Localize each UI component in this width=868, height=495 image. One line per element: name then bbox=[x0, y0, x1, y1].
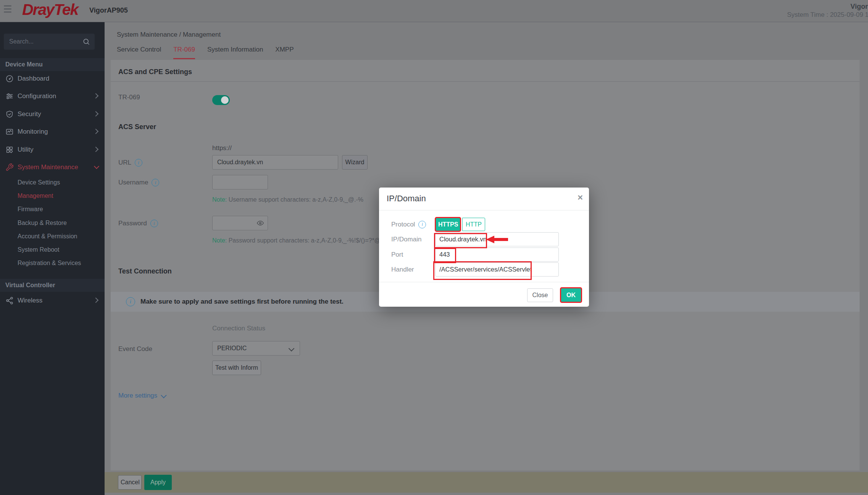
info-icon[interactable]: i bbox=[135, 159, 142, 167]
info-icon[interactable]: i bbox=[152, 179, 159, 186]
info-icon[interactable]: i bbox=[150, 220, 158, 227]
draytek-logo: DrayTek bbox=[22, 1, 78, 19]
hamburger-menu-icon[interactable] bbox=[4, 5, 11, 14]
event-code-label: Event Code bbox=[118, 345, 152, 353]
modal-footer-divider bbox=[379, 282, 589, 282]
tr069-label: TR-069 bbox=[118, 94, 140, 101]
sidebar-subitem-registration-services[interactable]: Registration & Services bbox=[18, 256, 98, 270]
device-name: VigorA bbox=[850, 3, 868, 11]
url-input[interactable] bbox=[212, 155, 338, 170]
chevron-right-icon bbox=[93, 147, 98, 152]
section-virtual-controller: Virtual Controller bbox=[0, 279, 105, 292]
port-input[interactable] bbox=[435, 247, 559, 262]
username-input[interactable] bbox=[212, 175, 268, 189]
cancel-button[interactable]: Cancel bbox=[118, 475, 142, 490]
tr069-toggle[interactable] bbox=[212, 95, 230, 105]
sidebar-subitem-system-reboot[interactable]: System Reboot bbox=[18, 243, 98, 257]
divider bbox=[111, 81, 860, 82]
chevron-down-icon bbox=[94, 163, 99, 169]
ip-domain-modal: IP/Domain × Protocol i HTTPS HTTP IP/Dom… bbox=[379, 188, 589, 307]
tab-service-control[interactable]: Service Control bbox=[117, 46, 161, 59]
grid-icon bbox=[5, 146, 14, 154]
protocol-https-button[interactable]: HTTPS bbox=[436, 218, 460, 231]
sidebar-item-monitoring[interactable]: Monitoring bbox=[0, 123, 105, 141]
username-note: Note: Username support characters: a-z,A… bbox=[212, 196, 363, 203]
model-name: VigorAP905 bbox=[89, 6, 128, 15]
tab-tr069[interactable]: TR-069 bbox=[173, 46, 195, 59]
chevron-right-icon bbox=[93, 93, 98, 99]
password-label: Password i bbox=[118, 220, 158, 227]
more-settings-link[interactable]: More settings bbox=[118, 392, 165, 400]
sidebar-subitem-firmware[interactable]: Firmware bbox=[18, 202, 98, 216]
modal-header: IP/Domain × bbox=[379, 188, 589, 210]
apply-bar: Cancel Apply bbox=[105, 472, 868, 493]
protocol-label: Protocol i bbox=[391, 217, 426, 231]
port-label: Port bbox=[391, 247, 403, 262]
sidebar-subitem-backup-restore[interactable]: Backup & Restore bbox=[18, 216, 98, 230]
handler-input[interactable] bbox=[435, 262, 559, 277]
chevron-down-icon bbox=[289, 346, 295, 352]
search-icon bbox=[82, 38, 90, 45]
shield-icon bbox=[5, 110, 14, 118]
chevron-right-icon bbox=[93, 111, 98, 116]
modal-title: IP/Domain bbox=[387, 194, 426, 204]
top-bar: DrayTek VigorAP905 VigorA System Time : … bbox=[0, 0, 868, 22]
sidebar-item-system-maintenance[interactable]: System Maintenance bbox=[0, 159, 105, 176]
ip-domain-input[interactable] bbox=[435, 232, 559, 246]
wrench-icon bbox=[5, 163, 14, 171]
sidebar-item-dashboard[interactable]: Dashboard bbox=[0, 70, 105, 87]
info-icon[interactable]: i bbox=[418, 221, 426, 228]
section-device-menu: Device Menu bbox=[0, 58, 105, 71]
sidebar-search bbox=[4, 34, 95, 50]
system-time: System Time : 2025-09-09 10:5 bbox=[787, 11, 868, 19]
sidebar-item-utility[interactable]: Utility bbox=[0, 141, 105, 159]
password-note: Note: Password support characters: a-z,A… bbox=[212, 237, 384, 244]
chart-icon bbox=[5, 128, 14, 136]
chevron-down-icon bbox=[161, 392, 167, 398]
url-scheme: https:// bbox=[212, 144, 232, 152]
handler-label: Handler bbox=[391, 262, 414, 277]
modal-close-button[interactable]: Close bbox=[527, 288, 553, 302]
connection-status-label: Connection Status bbox=[212, 325, 265, 332]
test-with-inform-button[interactable]: Test with Inform bbox=[212, 361, 261, 375]
sidebar-subitem-account-permission[interactable]: Account & Permission bbox=[18, 230, 98, 243]
acs-server-heading: ACS Server bbox=[118, 123, 156, 131]
dashboard-icon bbox=[5, 74, 14, 83]
sidebar: Device Menu Dashboard Configuration Secu… bbox=[0, 22, 105, 495]
tab-xmpp[interactable]: XMPP bbox=[275, 46, 294, 59]
sidebar-item-wireless[interactable]: Wireless bbox=[0, 292, 105, 309]
search-input[interactable] bbox=[4, 34, 116, 50]
apply-button[interactable]: Apply bbox=[144, 475, 172, 490]
acs-cpe-heading: ACS and CPE Settings bbox=[118, 68, 192, 76]
protocol-http-button[interactable]: HTTP bbox=[462, 218, 485, 231]
tab-bar: Service Control TR-069 System Informatio… bbox=[117, 46, 294, 59]
tab-system-information[interactable]: System Information bbox=[207, 46, 263, 59]
event-code-select[interactable]: PERIODIC bbox=[212, 341, 300, 356]
wizard-button[interactable]: Wizard bbox=[342, 155, 368, 170]
ip-domain-label: IP/Domain bbox=[391, 232, 421, 246]
modal-ok-button[interactable]: OK bbox=[561, 288, 581, 302]
url-label: URL i bbox=[118, 159, 142, 167]
close-icon[interactable]: × bbox=[578, 192, 583, 203]
sidebar-subitem-management[interactable]: Management bbox=[18, 189, 98, 203]
test-connection-heading: Test Connection bbox=[118, 267, 172, 275]
sliders-icon bbox=[5, 92, 14, 100]
sidebar-subitem-device-settings[interactable]: Device Settings bbox=[18, 176, 98, 189]
username-label: Username i bbox=[118, 179, 159, 186]
sidebar-item-security[interactable]: Security bbox=[0, 105, 105, 123]
chevron-right-icon bbox=[93, 129, 98, 134]
breadcrumb: System Maintenance / Management bbox=[117, 31, 221, 39]
network-nodes-icon bbox=[5, 296, 14, 305]
eye-icon[interactable] bbox=[257, 219, 264, 227]
info-icon: i bbox=[126, 297, 135, 306]
chevron-right-icon bbox=[93, 298, 98, 303]
sidebar-item-configuration[interactable]: Configuration bbox=[0, 87, 105, 105]
